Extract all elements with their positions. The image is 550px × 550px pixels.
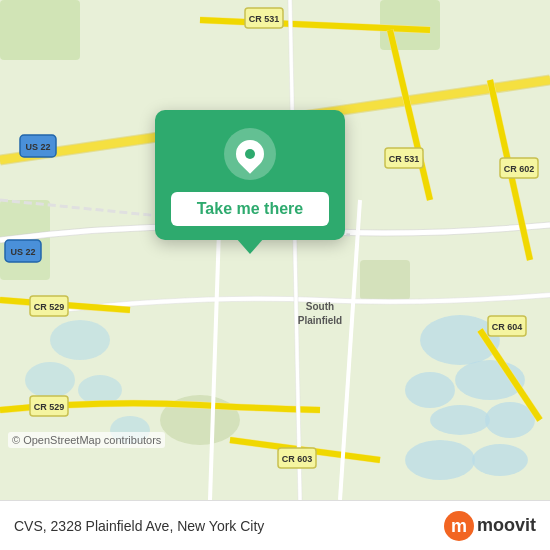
svg-text:CR 603: CR 603 [282, 454, 313, 464]
location-text: CVS, 2328 Plainfield Ave, New York City [14, 518, 264, 534]
svg-text:CR 529: CR 529 [34, 402, 65, 412]
map-attribution: © OpenStreetMap contributors [8, 432, 165, 448]
svg-text:CR 602: CR 602 [504, 164, 535, 174]
svg-rect-13 [0, 0, 80, 60]
map-container: US 22 US 22 CR 531 CR 531 CR 602 CR 529 … [0, 0, 550, 500]
svg-point-8 [50, 320, 110, 360]
svg-text:m: m [451, 516, 467, 536]
svg-text:US 22: US 22 [10, 247, 35, 257]
svg-text:CR 604: CR 604 [492, 322, 523, 332]
take-me-there-button[interactable]: Take me there [171, 192, 329, 226]
popup-card: Take me there [155, 110, 345, 240]
bottom-bar: CVS, 2328 Plainfield Ave, New York City … [0, 500, 550, 550]
svg-point-6 [405, 440, 475, 480]
svg-text:CR 531: CR 531 [249, 14, 280, 24]
location-pin-icon [230, 134, 270, 174]
svg-text:US 22: US 22 [25, 142, 50, 152]
svg-text:CR 531: CR 531 [389, 154, 420, 164]
moovit-text: moovit [477, 515, 536, 536]
svg-point-9 [25, 362, 75, 398]
moovit-icon: m [443, 510, 475, 542]
svg-point-3 [405, 372, 455, 408]
moovit-logo: m moovit [443, 510, 536, 542]
svg-text:South: South [306, 301, 334, 312]
svg-rect-16 [360, 260, 410, 300]
location-icon-wrapper [224, 128, 276, 180]
svg-point-7 [472, 444, 528, 476]
svg-point-4 [430, 405, 490, 435]
svg-text:CR 529: CR 529 [34, 302, 65, 312]
svg-text:Plainfield: Plainfield [298, 315, 342, 326]
